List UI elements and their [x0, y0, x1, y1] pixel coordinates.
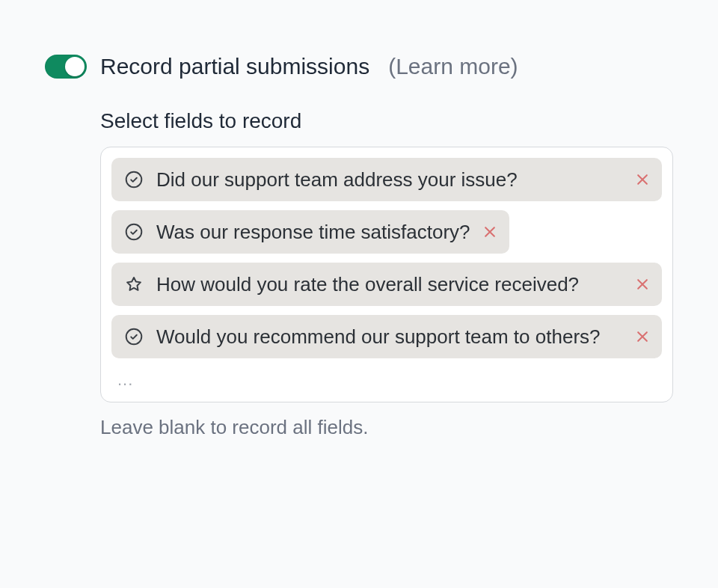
more-options-icon[interactable]: ... — [111, 367, 662, 396]
fields-selector[interactable]: Did our support team address your issue?… — [100, 147, 673, 402]
record-partial-submissions-toggle[interactable] — [45, 55, 87, 79]
help-text: Leave blank to record all fields. — [100, 416, 673, 439]
remove-field-button[interactable] — [635, 329, 650, 344]
setting-main: Record partial submissions (Learn more) … — [100, 52, 673, 439]
section-subtitle: Select fields to record — [100, 109, 673, 133]
setting-title: Record partial submissions — [100, 54, 369, 79]
field-label: How would you rate the overall service r… — [156, 272, 623, 297]
remove-field-button[interactable] — [482, 224, 497, 239]
field-chip[interactable]: How would you rate the overall service r… — [111, 263, 662, 306]
check-circle-icon — [123, 326, 144, 347]
toggle-knob — [65, 57, 85, 76]
svg-point-1 — [126, 224, 142, 240]
field-label: Was our response time satisfactory? — [156, 219, 470, 245]
check-circle-icon — [123, 221, 144, 242]
field-label: Did our support team address your issue? — [156, 167, 623, 192]
check-circle-icon — [123, 169, 144, 190]
remove-field-button[interactable] — [635, 277, 650, 292]
setting-title-row: Record partial submissions (Learn more) — [100, 52, 673, 81]
star-icon — [123, 274, 144, 295]
field-chip[interactable]: Was our response time satisfactory? — [111, 210, 509, 254]
field-chip[interactable]: Did our support team address your issue? — [111, 158, 662, 201]
remove-field-button[interactable] — [635, 172, 650, 187]
svg-point-2 — [126, 329, 142, 345]
learn-more-link[interactable]: (Learn more) — [388, 54, 518, 79]
field-chip[interactable]: Would you recommend our support team to … — [111, 315, 662, 358]
svg-point-0 — [126, 172, 142, 188]
partial-submissions-setting: Record partial submissions (Learn more) … — [45, 52, 673, 439]
field-label: Would you recommend our support team to … — [156, 324, 623, 349]
